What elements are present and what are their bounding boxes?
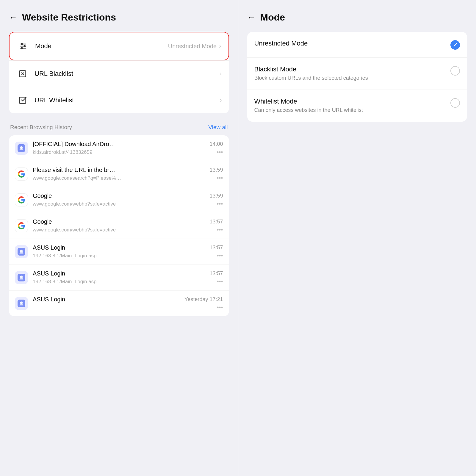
mode-label: Mode <box>35 42 168 50</box>
history-time: 14:00 <box>209 141 223 147</box>
right-header: ← Mode <box>247 12 467 23</box>
history-url: www.google.com/webhp?safe=active <box>33 227 116 233</box>
history-url: www.google.com/search?q=Please%20visit%2… <box>33 175 122 181</box>
mode-options-card: Unrestricted Mode ✓ Blacklist Mode Block… <box>247 32 467 122</box>
history-content: Please visit the URL in the bro... 13:59… <box>33 167 223 181</box>
history-favicon-airdroid <box>15 245 28 258</box>
right-back-button[interactable]: ← <box>247 13 256 22</box>
mode-value: Unrestricted Mode <box>168 43 217 50</box>
blacklist-mode-radio[interactable] <box>450 66 460 76</box>
history-time: 13:59 <box>209 167 223 173</box>
history-item[interactable]: ASUS Login 13:57 192.168.8.1/Main_Login.… <box>9 239 229 265</box>
whitelist-chevron-icon: › <box>220 96 222 104</box>
recent-history-section-header: Recent Browsing History View all <box>9 122 229 135</box>
history-url: www.google.com/webhp?safe=active <box>33 201 116 207</box>
svg-point-3 <box>21 43 23 45</box>
history-more-button[interactable]: ••• <box>217 201 223 207</box>
history-favicon-airdroid <box>15 142 28 155</box>
restrictions-menu-card: Mode Unrestricted Mode › URL Blacklist › <box>9 32 229 113</box>
history-time: 13:57 <box>209 219 223 225</box>
mode-menu-item[interactable]: Mode Unrestricted Mode › <box>9 32 229 60</box>
history-title: ASUS Login <box>33 270 65 277</box>
history-url: 192.168.8.1/Main_Login.asp <box>33 279 97 285</box>
history-time: 13:57 <box>209 245 223 251</box>
blacklist-mode-description: Block custom URLs and the selected categ… <box>254 74 446 82</box>
history-more-button[interactable]: ••• <box>217 304 223 311</box>
history-more-button[interactable]: ••• <box>217 149 223 156</box>
unrestricted-mode-content: Unrestricted Mode <box>254 40 446 48</box>
mode-icon <box>17 40 30 53</box>
recent-history-label: Recent Browsing History <box>10 124 72 131</box>
history-more-button[interactable]: ••• <box>217 175 223 181</box>
checkmark-icon: ✓ <box>453 42 458 48</box>
history-content: Google 13:59 www.google.com/webhp?safe=a… <box>33 192 223 207</box>
url-blacklist-menu-item[interactable]: URL Blacklist › <box>9 60 229 87</box>
whitelist-mode-description: Can only access websites in the URL whit… <box>254 107 446 114</box>
url-whitelist-menu-item[interactable]: URL Whitelist › <box>9 87 229 113</box>
unrestricted-mode-radio[interactable]: ✓ <box>450 40 460 50</box>
blacklist-icon <box>16 67 29 80</box>
whitelist-mode-option[interactable]: Whitelist Mode Can only access websites … <box>247 90 467 122</box>
svg-point-5 <box>21 48 23 49</box>
blacklist-mode-content: Blacklist Mode Block custom URLs and the… <box>254 65 446 82</box>
history-list: [OFFICIAL] Download AirDroid... 14:00 ki… <box>9 135 229 316</box>
blacklist-mode-option[interactable]: Blacklist Mode Block custom URLs and the… <box>247 58 467 90</box>
unrestricted-mode-option[interactable]: Unrestricted Mode ✓ <box>247 32 467 58</box>
history-item[interactable]: Please visit the URL in the bro... 13:59… <box>9 161 229 187</box>
history-item[interactable]: Google 13:59 www.google.com/webhp?safe=a… <box>9 187 229 213</box>
left-header: ← Website Restrictions <box>9 12 229 23</box>
history-item[interactable]: Google 13:57 www.google.com/webhp?safe=a… <box>9 213 229 239</box>
right-panel: ← Mode Unrestricted Mode ✓ Blacklist Mod… <box>238 0 476 476</box>
history-content: Google 13:57 www.google.com/webhp?safe=a… <box>33 218 223 233</box>
history-url: kids.airdroid.at/413832659 <box>33 149 92 155</box>
history-title: ASUS Login <box>33 244 65 251</box>
history-content: ASUS Login 13:57 192.168.8.1/Main_Login.… <box>33 244 223 259</box>
history-favicon-google <box>15 167 28 181</box>
history-title: Google <box>33 192 52 199</box>
history-favicon-airdroid <box>15 271 28 284</box>
history-title: Please visit the URL in the bro... <box>33 167 116 173</box>
left-panel: ← Website Restrictions Mode Unrestricted… <box>0 0 238 476</box>
svg-rect-9 <box>20 97 26 104</box>
history-more-button[interactable]: ••• <box>217 278 223 285</box>
history-title: ASUS Login <box>33 296 65 303</box>
history-item[interactable]: ASUS Login Yesterday 17:21 ••• <box>9 291 229 316</box>
whitelist-mode-radio[interactable] <box>450 98 460 108</box>
left-page-title: Website Restrictions <box>22 12 116 23</box>
history-content: ASUS Login 13:57 192.168.8.1/Main_Login.… <box>33 270 223 285</box>
history-favicon-airdroid <box>15 297 28 310</box>
blacklist-chevron-icon: › <box>220 70 222 78</box>
history-favicon-google <box>15 219 28 232</box>
history-content: [OFFICIAL] Download AirDroid... 14:00 ki… <box>33 141 223 156</box>
blacklist-label: URL Blacklist <box>35 70 220 78</box>
history-title: [OFFICIAL] Download AirDroid... <box>33 141 116 148</box>
history-content: ASUS Login Yesterday 17:21 ••• <box>33 296 223 311</box>
history-url: 192.168.8.1/Main_Login.asp <box>33 253 97 259</box>
mode-chevron-icon: › <box>219 42 221 50</box>
view-all-button[interactable]: View all <box>208 124 228 131</box>
blacklist-mode-label: Blacklist Mode <box>254 65 446 73</box>
history-more-button[interactable]: ••• <box>217 252 223 259</box>
history-time: 13:57 <box>209 270 223 277</box>
history-item[interactable]: [OFFICIAL] Download AirDroid... 14:00 ki… <box>9 135 229 161</box>
whitelist-icon <box>16 94 29 107</box>
whitelist-mode-content: Whitelist Mode Can only access websites … <box>254 98 446 114</box>
history-more-button[interactable]: ••• <box>217 226 223 233</box>
history-time: Yesterday 17:21 <box>184 296 223 303</box>
whitelist-label: URL Whitelist <box>35 96 220 104</box>
svg-point-4 <box>24 46 25 47</box>
history-favicon-google <box>15 193 28 206</box>
right-page-title: Mode <box>260 12 285 23</box>
left-back-button[interactable]: ← <box>9 13 17 22</box>
unrestricted-mode-label: Unrestricted Mode <box>254 40 446 47</box>
history-time: 13:59 <box>209 193 223 199</box>
history-title: Google <box>33 218 52 225</box>
whitelist-mode-label: Whitelist Mode <box>254 98 446 105</box>
history-item[interactable]: ASUS Login 13:57 192.168.8.1/Main_Login.… <box>9 265 229 291</box>
